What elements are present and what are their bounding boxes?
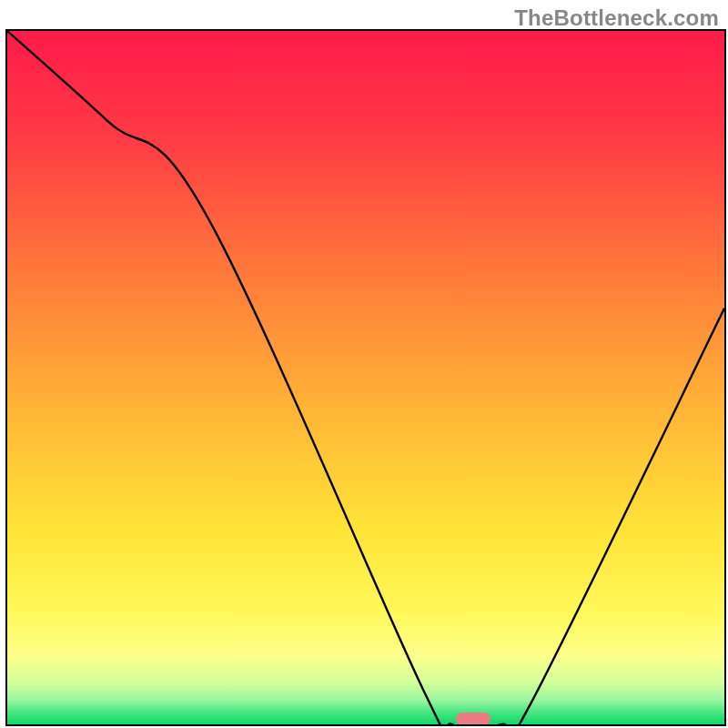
bottleneck-curve (7, 31, 724, 724)
chart-container: TheBottleneck.com (0, 0, 728, 728)
chart-curve-layer (7, 31, 724, 724)
chart-frame (5, 29, 726, 726)
watermark-text: TheBottleneck.com (514, 5, 719, 31)
optimal-marker (456, 713, 490, 725)
